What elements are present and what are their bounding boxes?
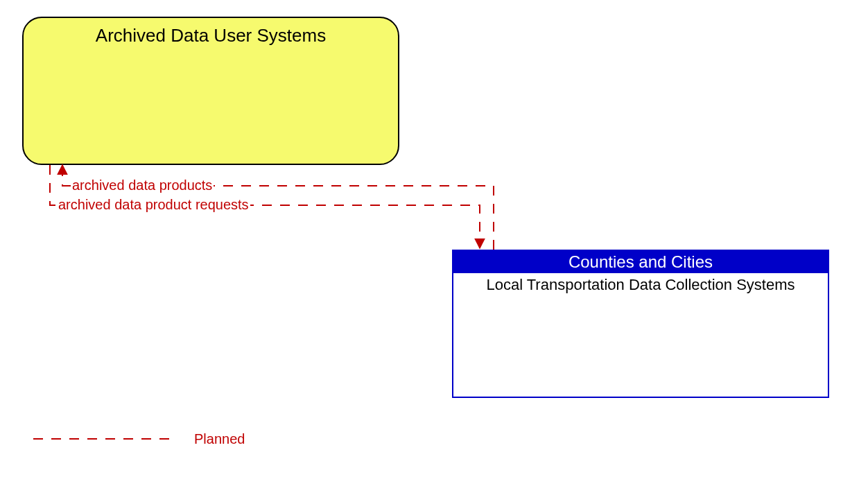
- flow-label-archived-data-product-requests: archived data product requests: [57, 197, 250, 213]
- diagram-canvas: Archived Data User Systems Counties and …: [0, 0, 868, 477]
- node-header: Counties and Cities: [453, 251, 828, 273]
- node-body: Local Transportation Data Collection Sys…: [453, 273, 828, 294]
- node-archived-data-user-systems: Archived Data User Systems: [22, 17, 399, 165]
- legend-planned-label: Planned: [194, 431, 245, 447]
- flow-label-archived-data-products: archived data products: [71, 177, 214, 193]
- node-title: Archived Data User Systems: [24, 18, 398, 46]
- node-local-transportation: Counties and Cities Local Transportation…: [452, 250, 829, 398]
